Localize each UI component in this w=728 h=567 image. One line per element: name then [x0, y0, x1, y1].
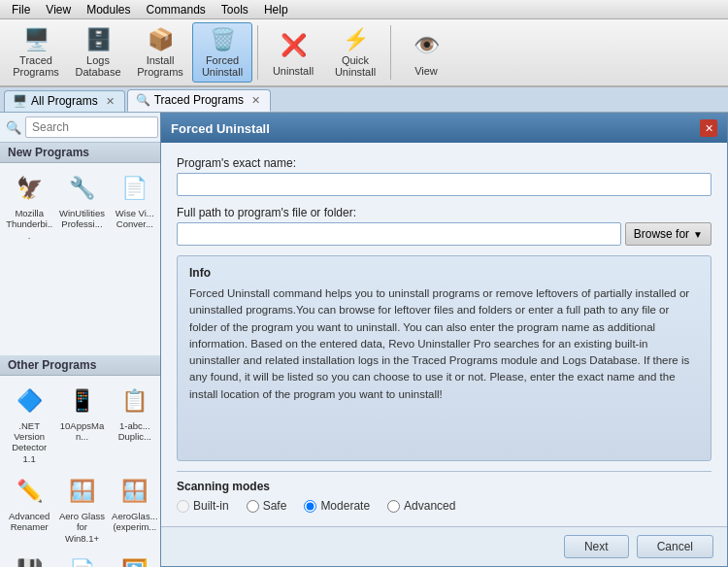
prog-icon: 🪟: [64, 474, 99, 509]
prog-label: 10AppsMan...: [58, 420, 105, 443]
modal-close-button[interactable]: ✕: [700, 119, 717, 137]
tab-all-programs-icon: 🖥️: [13, 94, 27, 108]
prog-label: WinUtilities Professi...: [58, 208, 105, 230]
tab-traced-programs-close[interactable]: ✕: [251, 94, 260, 107]
file-path-field-group: Full path to program's file or folder: B…: [177, 206, 711, 246]
toolbar-logs-database-label: Logs Database: [75, 54, 120, 78]
toolbar-quick-uninstall[interactable]: ⚡ Quick Uninstall: [325, 22, 385, 83]
prog-label: Advanced Renamer: [6, 511, 52, 533]
scanning-advanced-option[interactable]: Advanced: [387, 499, 455, 513]
search-box: 🔍: [0, 113, 164, 143]
menu-tools[interactable]: Tools: [214, 1, 256, 18]
tab-traced-programs-icon: 🔍: [136, 93, 150, 107]
browse-row: Browse for ▼: [177, 222, 711, 246]
search-input[interactable]: [25, 117, 158, 138]
tab-all-programs-close[interactable]: ✕: [106, 95, 115, 108]
install-programs-icon: 📦: [143, 27, 178, 52]
menu-modules[interactable]: Modules: [79, 1, 138, 18]
program-name-field-group: Program's exact name:: [177, 156, 711, 196]
menu-file[interactable]: File: [4, 1, 38, 18]
tabbar: 🖥️ All Programs ✕ 🔍 Traced Programs ✕: [0, 87, 728, 113]
scanning-safe-option[interactable]: Safe: [247, 499, 287, 513]
tab-all-programs[interactable]: 🖥️ All Programs ✕: [4, 90, 125, 112]
browse-button[interactable]: Browse for ▼: [625, 222, 711, 246]
tab-traced-programs-label: Traced Programs: [154, 93, 244, 107]
prog-icon: 🦅: [12, 171, 47, 206]
toolbar: 🖥️ Traced Programs 🗄️ Logs Database 📦 In…: [0, 19, 728, 87]
prog-icon: 🔷: [12, 384, 47, 418]
modal-footer: Next Cancel: [161, 526, 727, 566]
scanning-builtin-option[interactable]: Built-in: [177, 499, 229, 513]
prog-icon: 📱: [64, 384, 99, 418]
list-item[interactable]: 📄 Wise Vi... Conver...: [110, 167, 160, 351]
list-item[interactable]: 🦅 Mozilla Thunderbi...: [4, 167, 54, 351]
menu-help[interactable]: Help: [256, 1, 296, 18]
scanning-moderate-label: Moderate: [320, 499, 370, 513]
prog-icon: 🖼️: [117, 553, 152, 567]
list-item[interactable]: 📄 ApowerPDF V3.1.3: [56, 550, 107, 567]
toolbar-install-programs-label: Install Programs: [137, 54, 183, 78]
toolbar-view-label: View: [414, 65, 438, 77]
program-name-input[interactable]: [177, 173, 711, 196]
prog-icon: 📄: [117, 171, 152, 206]
toolbar-traced-programs[interactable]: 🖥️ Traced Programs: [6, 22, 66, 83]
toolbar-install-programs[interactable]: 📦 Install Programs: [130, 22, 190, 83]
list-item[interactable]: ✏️ Advanced Renamer: [4, 470, 54, 548]
prog-label: Wise Vi... Conver...: [112, 208, 158, 230]
file-path-input[interactable]: [177, 222, 621, 246]
scanning-moderate-radio[interactable]: [304, 500, 316, 513]
toolbar-forced-uninstall[interactable]: 🗑️ Forced Uninstall: [192, 22, 252, 83]
scanning-builtin-radio[interactable]: [177, 500, 189, 513]
toolbar-uninstall[interactable]: ❌ Uninstall: [263, 22, 323, 83]
prog-label: 1-abc... Duplic...: [112, 420, 158, 443]
prog-icon: 🪟: [117, 474, 152, 509]
scanning-advanced-radio[interactable]: [387, 500, 400, 513]
menu-view[interactable]: View: [38, 1, 79, 18]
traced-programs-icon: 🖥️: [18, 27, 53, 52]
quick-uninstall-icon: ⚡: [338, 27, 373, 52]
info-box: Info Forced Uninstall command helps you …: [177, 255, 711, 461]
tab-all-programs-label: All Programs: [31, 94, 98, 108]
modal-body: Program's exact name: Full path to progr…: [161, 143, 727, 526]
new-programs-section: New Programs: [0, 143, 164, 163]
list-item[interactable]: 💾 AOMEI Partition A...: [4, 550, 54, 567]
prog-icon: 💾: [12, 553, 47, 567]
prog-label: Aero Glass for Win8.1+: [58, 511, 105, 544]
new-programs-grid: 🦅 Mozilla Thunderbi... 🔧 WinUtilities Pr…: [0, 163, 164, 355]
scanning-advanced-label: Advanced: [404, 499, 455, 513]
toolbar-uninstall-label: Uninstall: [273, 65, 314, 77]
modal-titlebar: Forced Uninstall ✕: [161, 114, 727, 143]
browse-arrow-icon: ▼: [693, 229, 703, 240]
scanning-modes-label: Scanning modes: [177, 480, 711, 493]
content-area: 🔍 New Programs 🦅 Mozilla Thunderbi... 🔧 …: [0, 113, 728, 567]
cancel-button[interactable]: Cancel: [637, 535, 713, 558]
view-icon: 👁️: [409, 28, 444, 63]
list-item[interactable]: 🖼️ Appower... Screen F...: [110, 550, 160, 567]
browse-label: Browse for: [634, 227, 689, 241]
list-item[interactable]: 📱 10AppsMan...: [56, 380, 107, 469]
scanning-modes-section: Scanning modes Built-in Safe Moderate: [177, 471, 711, 513]
tab-traced-programs[interactable]: 🔍 Traced Programs ✕: [127, 89, 271, 112]
toolbar-logs-database[interactable]: 🗄️ Logs Database: [68, 22, 128, 83]
info-title: Info: [189, 266, 699, 280]
uninstall-icon: ❌: [276, 28, 311, 63]
toolbar-quick-uninstall-label: Quick Uninstall: [335, 54, 376, 78]
info-text: Forced Uninstall command helps you to un…: [189, 285, 699, 403]
scanning-moderate-option[interactable]: Moderate: [304, 499, 370, 513]
list-item[interactable]: 🪟 AeroGlas... (experim...: [110, 470, 160, 548]
toolbar-traced-programs-label: Traced Programs: [13, 54, 59, 78]
list-item[interactable]: 🪟 Aero Glass for Win8.1+: [56, 470, 107, 548]
list-item[interactable]: 🔧 WinUtilities Professi...: [56, 167, 107, 351]
menu-commands[interactable]: Commands: [139, 1, 214, 18]
list-item[interactable]: 🔷 .NET Version Detector 1.1: [4, 380, 54, 469]
prog-icon: ✏️: [12, 474, 47, 509]
list-item[interactable]: 📋 1-abc... Duplic...: [110, 380, 160, 469]
next-button[interactable]: Next: [564, 535, 629, 558]
toolbar-view[interactable]: 👁️ View: [396, 22, 456, 83]
forced-uninstall-dialog: Forced Uninstall ✕ Program's exact name:…: [160, 113, 728, 567]
modal-title: Forced Uninstall: [171, 121, 270, 136]
search-icon: 🔍: [6, 120, 21, 135]
sidebar: 🔍 New Programs 🦅 Mozilla Thunderbi... 🔧 …: [0, 113, 165, 567]
scanning-safe-radio[interactable]: [247, 500, 259, 513]
scanning-safe-label: Safe: [263, 499, 287, 513]
